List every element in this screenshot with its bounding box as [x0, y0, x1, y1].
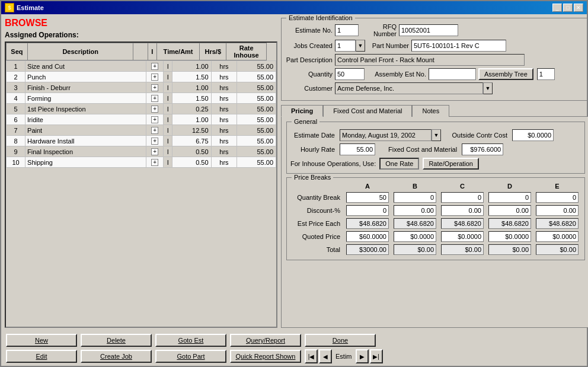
est-date-arrow[interactable]: ▼ — [432, 129, 441, 141]
assembly-tree-button[interactable]: Assembly Tree — [478, 68, 533, 80]
op-expand-icon[interactable]: + — [146, 114, 164, 125]
pb-cell[interactable] — [486, 230, 533, 243]
op-rate[interactable]: 55.00 — [237, 104, 276, 114]
op-expand-icon[interactable]: + — [146, 93, 164, 104]
op-rate[interactable]: 55.00 — [237, 72, 276, 82]
pb-cell[interactable] — [344, 191, 391, 204]
close-button[interactable]: ✕ — [574, 4, 583, 12]
op-rate[interactable]: 55.00 — [237, 93, 276, 104]
rfq-no-input[interactable] — [399, 24, 458, 36]
maximize-button[interactable]: □ — [563, 4, 573, 12]
row-jobs: Jobs Created ▼ Part Number — [285, 40, 586, 52]
edit-button[interactable]: Edit — [6, 350, 77, 363]
query-report-button[interactable]: Query/Report — [230, 334, 301, 347]
op-time[interactable]: 6.75 — [172, 136, 212, 146]
op-expand-icon[interactable]: + — [146, 72, 164, 82]
pb-cell[interactable] — [391, 230, 439, 243]
pb-cell[interactable] — [533, 191, 581, 204]
jobs-created-input[interactable] — [335, 40, 356, 52]
create-job-button[interactable]: Create Job — [81, 350, 152, 363]
pb-cell[interactable] — [533, 204, 581, 217]
op-expand-icon[interactable]: + — [146, 146, 164, 157]
outside-contr-input[interactable] — [512, 129, 554, 141]
op-expand-icon[interactable]: + — [146, 157, 164, 168]
outside-contr-label: Outside Contr Cost — [448, 132, 507, 139]
hourly-rate-input[interactable] — [340, 143, 375, 155]
op-rate[interactable]: 55.00 — [237, 114, 276, 125]
op-desc[interactable]: Finish - Deburr — [25, 82, 146, 93]
done-button[interactable]: Done — [305, 334, 376, 347]
est-no-input[interactable] — [335, 24, 359, 36]
jobs-created-dropdown[interactable]: ▼ — [335, 40, 365, 52]
op-expand-icon[interactable]: + — [146, 125, 164, 136]
op-rate[interactable]: 55.00 — [237, 157, 276, 168]
pb-cell[interactable] — [486, 191, 533, 204]
nav-last-button[interactable]: ▶| — [370, 349, 383, 363]
op-time[interactable]: 0.25 — [172, 104, 212, 114]
op-rate[interactable]: 55.00 — [237, 125, 276, 136]
pb-cell[interactable] — [391, 191, 439, 204]
op-time[interactable]: 1.50 — [172, 93, 212, 104]
op-time[interactable]: 0.50 — [172, 157, 212, 168]
pb-cell[interactable] — [533, 230, 581, 243]
rate-per-op-button[interactable]: Rate/Operation — [423, 158, 479, 170]
op-rate[interactable]: 55.00 — [237, 61, 276, 72]
pb-cell[interactable] — [439, 230, 486, 243]
row-part-desc: Part Description — [285, 54, 586, 66]
op-divider: I — [164, 72, 172, 82]
op-desc[interactable]: Punch — [25, 72, 146, 82]
op-expand-icon[interactable]: + — [146, 136, 164, 146]
op-desc[interactable]: Final Inspection — [25, 146, 146, 157]
op-desc[interactable]: Forming — [25, 93, 146, 104]
op-time[interactable]: 1.00 — [172, 114, 212, 125]
tab-fixed-cost[interactable]: Fixed Cost and Material — [323, 105, 412, 117]
nav-prev-button[interactable]: ◀ — [319, 349, 332, 363]
table-row: 8 Hardware Install + I 6.75 hrs 55.00 — [7, 136, 276, 146]
delete-button[interactable]: Delete — [81, 334, 152, 347]
pb-cell[interactable] — [439, 204, 486, 217]
pb-cell[interactable] — [391, 204, 439, 217]
quick-report-button[interactable]: Quick Report Shown — [230, 350, 301, 363]
jobs-created-arrow[interactable]: ▼ — [356, 40, 365, 52]
assembly-tree-val[interactable] — [537, 68, 555, 80]
op-expand-icon[interactable]: + — [146, 82, 164, 93]
tab-notes[interactable]: Notes — [412, 105, 449, 117]
op-divider: I — [164, 114, 172, 125]
quantity-input[interactable] — [335, 68, 365, 80]
minimize-button[interactable]: _ — [552, 4, 562, 12]
op-time[interactable]: 1.00 — [172, 82, 212, 93]
goto-est-button[interactable]: Goto Est — [155, 334, 226, 347]
op-desc[interactable]: Hardware Install — [25, 136, 146, 146]
op-expand-icon[interactable]: + — [146, 104, 164, 114]
assembly-est-input[interactable] — [429, 68, 476, 80]
pb-cell[interactable] — [344, 230, 391, 243]
op-desc[interactable]: Shipping — [25, 157, 146, 168]
op-desc[interactable]: Iridite — [25, 114, 146, 125]
op-desc[interactable]: Size and Cut — [25, 61, 146, 72]
op-time[interactable]: 1.50 — [172, 72, 212, 82]
fixed-cost-mat-input[interactable] — [462, 143, 503, 155]
nav-next-button[interactable]: ▶ — [356, 349, 369, 363]
pb-cell[interactable] — [486, 204, 533, 217]
op-expand-icon[interactable]: + — [146, 61, 164, 72]
op-time[interactable]: 12.50 — [172, 125, 212, 136]
op-desc[interactable]: Paint — [25, 125, 146, 136]
nav-first-button[interactable]: |◀ — [305, 349, 318, 363]
op-desc[interactable]: 1st Piece Inspection — [25, 104, 146, 114]
op-rate[interactable]: 55.00 — [237, 82, 276, 93]
goto-part-button[interactable]: Goto Part — [155, 350, 226, 363]
part-no-input[interactable] — [411, 40, 506, 52]
op-time[interactable]: 1.00 — [172, 61, 212, 72]
est-date-label: Estimate Date — [290, 132, 335, 139]
pb-cell[interactable] — [439, 191, 486, 204]
pb-cell[interactable] — [344, 204, 391, 217]
op-time[interactable]: 0.50 — [172, 146, 212, 157]
pb-row: Quantity Break — [290, 191, 581, 204]
op-rate[interactable]: 55.00 — [237, 146, 276, 157]
table-row: 7 Paint + I 12.50 hrs 55.00 — [7, 125, 276, 136]
new-button[interactable]: New — [6, 334, 77, 347]
op-rate[interactable]: 55.00 — [237, 136, 276, 146]
customer-dropdown-arrow[interactable]: ▼ — [483, 82, 493, 94]
tab-pricing[interactable]: Pricing — [281, 105, 323, 117]
one-rate-button[interactable]: One Rate — [379, 158, 419, 170]
